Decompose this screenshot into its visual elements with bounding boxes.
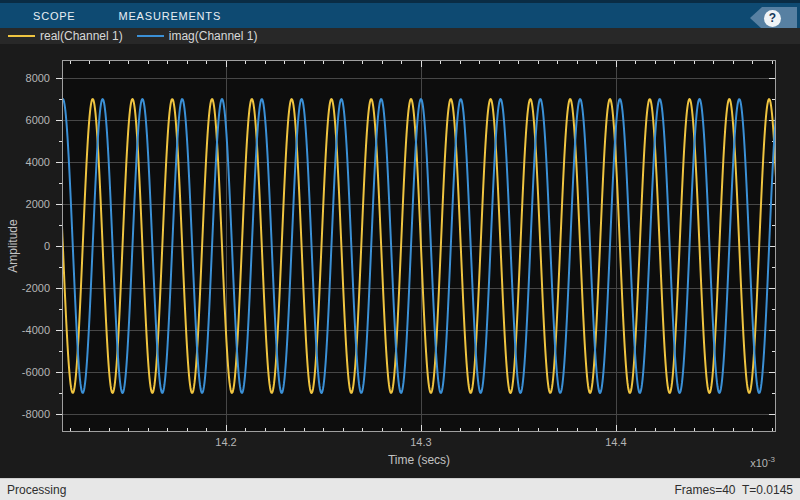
- scope-figure: Amplitude Time (secs) x10-3 -8000-6000-4…: [0, 44, 800, 478]
- frames-time-readout: Frames=40 T=0.0145: [674, 483, 793, 497]
- y-tick-label: 6000: [0, 113, 50, 127]
- x-axis-multiplier-exponent: -3: [768, 455, 775, 464]
- toolstrip-tabbar: SCOPE MEASUREMENTS ?: [0, 0, 800, 28]
- legend: real(Channel 1) imag(Channel 1): [0, 28, 800, 44]
- scope-plot-canvas[interactable]: [56, 60, 776, 432]
- y-tick-label: 0: [0, 239, 50, 253]
- x-axis-multiplier: x10-3: [750, 455, 775, 469]
- legend-entry-imag[interactable]: imag(Channel 1): [137, 29, 258, 43]
- y-tick-label: 4000: [0, 155, 50, 169]
- y-tick-label: -2000: [0, 281, 50, 295]
- tab-measurements[interactable]: MEASUREMENTS: [119, 10, 222, 22]
- legend-swatch-real: [8, 35, 35, 37]
- status-message: Processing: [7, 483, 66, 497]
- y-tick-label: 8000: [0, 71, 50, 85]
- x-axis-multiplier-base: x10: [750, 457, 768, 469]
- y-tick-label: -8000: [0, 407, 50, 421]
- x-tick-label: 14.2: [215, 436, 236, 448]
- tab-scope[interactable]: SCOPE: [33, 10, 76, 22]
- x-tick-label: 14.3: [410, 436, 431, 448]
- status-bar: Processing Frames=40 T=0.0145: [0, 478, 800, 500]
- x-axis-label: Time (secs): [388, 453, 450, 467]
- y-tick-label: -6000: [0, 365, 50, 379]
- x-tick-label: 14.4: [605, 436, 626, 448]
- legend-label-imag: imag(Channel 1): [169, 29, 258, 43]
- help-icon[interactable]: ?: [764, 10, 781, 27]
- y-tick-label: -4000: [0, 323, 50, 337]
- legend-entry-real[interactable]: real(Channel 1): [8, 29, 123, 43]
- y-tick-label: 2000: [0, 197, 50, 211]
- legend-swatch-imag: [137, 35, 164, 37]
- ribbon-collapse-tag[interactable]: ?: [750, 7, 797, 29]
- legend-label-real: real(Channel 1): [40, 29, 123, 43]
